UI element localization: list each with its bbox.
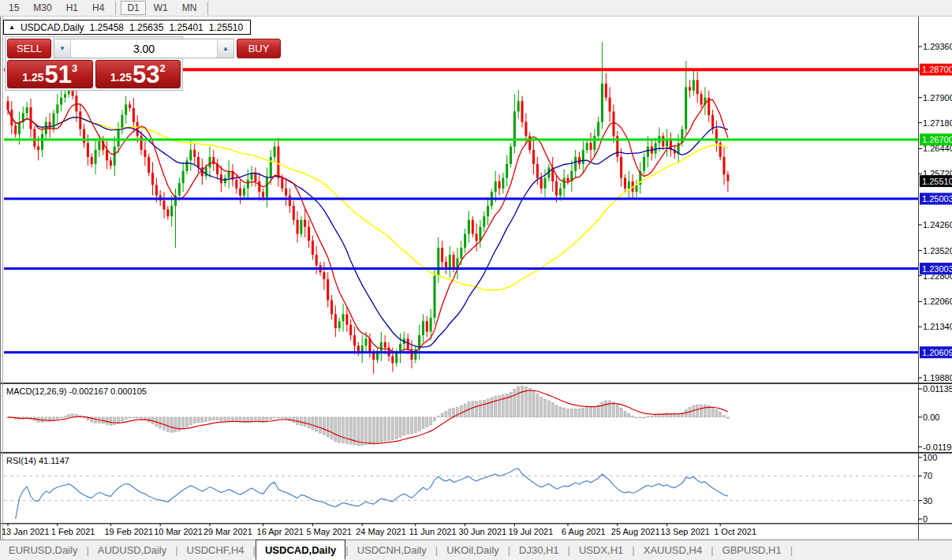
tab-separator: | <box>790 540 793 560</box>
symbol-tab-gbpusd[interactable]: GBPUSD,H1 <box>714 540 790 560</box>
ohlc-close: 1.25510 <box>209 22 243 33</box>
buy-price-display[interactable]: 1.25 53 2 <box>95 60 181 88</box>
buy-price-big: 53 <box>133 63 159 86</box>
symbol-tab-usdx[interactable]: USDX,H1 <box>570 540 632 560</box>
symbol-tab-bar: EURUSD,Daily|AUDUSD,Daily|USDCHF,H4|USDC… <box>0 539 952 560</box>
volume-control: ▼ ▲ <box>54 39 234 58</box>
macd-indicator-label: MACD(12,26,9) -0.002167 0.000105 <box>6 386 147 396</box>
svg-text:24 May 2021: 24 May 2021 <box>356 527 406 536</box>
svg-text:1.24260: 1.24260 <box>923 220 952 230</box>
symbol-tab-eurusd[interactable]: EURUSD,Daily <box>0 540 86 560</box>
sell-price-big: 51 <box>45 63 72 86</box>
panel-separators <box>0 17 952 539</box>
svg-text:0.00: 0.00 <box>923 413 939 422</box>
svg-text:1.28700: 1.28700 <box>922 65 952 74</box>
rsi-indicator-label: RSI(14) 41.1147 <box>6 456 69 465</box>
symbol-tab-xauusd[interactable]: XAUUSD,H4 <box>635 540 711 560</box>
chevron-up-icon: ▲ <box>222 45 229 52</box>
volume-increase-button[interactable]: ▲ <box>217 39 233 58</box>
svg-text:1.20609: 1.20609 <box>922 348 952 357</box>
symbol-tab-audusd[interactable]: AUDUSD,Daily <box>89 540 175 560</box>
svg-text:30 Jun 2021: 30 Jun 2021 <box>459 527 507 536</box>
svg-text:1.27900: 1.27900 <box>923 93 952 103</box>
svg-text:30: 30 <box>923 496 932 506</box>
symbol-tab-dj30[interactable]: DJ30,H1 <box>510 540 568 560</box>
time-axis: 13 Jan 20211 Feb 202119 Feb 202110 Mar 2… <box>2 524 756 536</box>
svg-text:100: 100 <box>923 453 937 462</box>
svg-text:1 Oct 2021: 1 Oct 2021 <box>714 527 756 536</box>
rsi-panel-layer <box>4 469 918 519</box>
sell-price-small: 1.25 <box>22 71 43 84</box>
svg-text:1.21340: 1.21340 <box>923 322 952 331</box>
svg-text:6 Aug 2021: 6 Aug 2021 <box>562 527 606 536</box>
svg-text:1.23520: 1.23520 <box>923 246 952 256</box>
svg-text:0: 0 <box>923 514 928 524</box>
svg-text:1.25003: 1.25003 <box>922 194 952 203</box>
svg-text:11 Jun 2021: 11 Jun 2021 <box>409 527 457 536</box>
chevron-down-icon: ▼ <box>59 45 65 52</box>
buy-price-small: 1.25 <box>110 71 132 84</box>
svg-text:13 Jan 2021: 13 Jan 2021 <box>2 527 50 536</box>
symbol-tab-usdcad[interactable]: USDCAD,Daily <box>256 539 345 560</box>
ohlc-open: 1.25458 <box>90 22 124 33</box>
svg-text:1.22060: 1.22060 <box>923 297 952 306</box>
symbol-tab-ukoil[interactable]: UKOil,Daily <box>438 540 507 560</box>
svg-text:16 Apr 2021: 16 Apr 2021 <box>257 527 304 536</box>
symbol-tab-usdcnh[interactable]: USDCNH,Daily <box>349 540 435 560</box>
svg-text:10 Mar 2021: 10 Mar 2021 <box>154 527 203 536</box>
svg-text:1.26700: 1.26700 <box>922 135 952 144</box>
svg-text:1.19880: 1.19880 <box>923 373 952 383</box>
svg-text:25 Aug 2021: 25 Aug 2021 <box>611 527 660 536</box>
buy-price-sup: 2 <box>160 62 166 74</box>
svg-text:19 Jul 2021: 19 Jul 2021 <box>508 527 553 536</box>
ohlc-low: 1.25401 <box>169 22 203 33</box>
price-axis: 1.293601.286401.279001.271801.264401.257… <box>918 42 952 524</box>
svg-text:1.25510: 1.25510 <box>922 177 952 186</box>
trading-terminal-window: 15M30H1H4D1W1MN 1.293601.286401.279001.2… <box>0 0 952 560</box>
chart-window-title[interactable]: ▲ USDCAD,Daily 1.25458 1.25635 1.25401 1… <box>3 20 251 35</box>
buy-button[interactable]: BUY <box>237 39 281 58</box>
svg-text:13 Sep 2021: 13 Sep 2021 <box>661 527 710 536</box>
sell-button[interactable]: SELL <box>7 39 51 58</box>
svg-text:5 May 2021: 5 May 2021 <box>306 527 351 536</box>
svg-text:-0.01190: -0.01190 <box>923 442 952 452</box>
sell-price-display[interactable]: 1.25 51 3 <box>7 60 93 88</box>
window-collapse-icon: ▲ <box>9 24 15 31</box>
svg-text:1.23003: 1.23003 <box>922 264 952 274</box>
volume-decrease-button[interactable]: ▼ <box>54 39 71 58</box>
moving-averages-layer <box>8 100 728 353</box>
sell-price-sup: 3 <box>72 62 77 74</box>
candles-layer <box>7 42 730 374</box>
svg-text:1 Feb 2021: 1 Feb 2021 <box>51 527 95 536</box>
svg-text:29 Mar 2021: 29 Mar 2021 <box>203 527 252 536</box>
svg-text:19 Feb 2021: 19 Feb 2021 <box>104 527 153 536</box>
volume-input[interactable] <box>71 39 217 58</box>
svg-text:1.27180: 1.27180 <box>923 118 952 128</box>
chart-symbol-label: USDCAD,Daily <box>21 22 84 33</box>
ohlc-high: 1.25635 <box>129 22 163 33</box>
svg-text:1.29360: 1.29360 <box>923 42 952 51</box>
svg-text:70: 70 <box>923 471 932 480</box>
svg-text:0.01135: 0.01135 <box>923 384 952 394</box>
one-click-trading-panel: SELL ▼ ▲ BUY 1.25 51 3 1.25 53 2 <box>5 36 183 91</box>
symbol-tab-usdchf[interactable]: USDCHF,H4 <box>178 540 253 560</box>
